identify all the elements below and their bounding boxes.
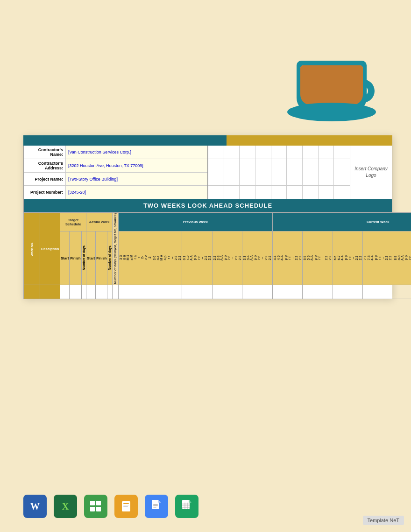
- prev-date-4: 2 22-3A Ap pr r--2 22 2: [212, 231, 242, 285]
- contractor-address-value[interactable]: [3202 Houston Ave, Houston, TX 77009]: [66, 159, 207, 172]
- finish2-header: Finish: [96, 231, 107, 285]
- table-row: [24, 285, 411, 299]
- prev-date-1: 3 30-0M 1a Mr a-r2-2 22: [118, 231, 152, 285]
- schedule-table: Work No. Desciption Target Schedule Actu…: [23, 212, 411, 299]
- svg-rect-2: [96, 501, 101, 505]
- project-name-value[interactable]: [Two-Story Office Building]: [66, 173, 207, 185]
- pages-icon[interactable]: [114, 495, 138, 518]
- curr-date-5: 8 88-9A Ap pr r--2 22 2: [393, 231, 411, 285]
- info-row-project-name: Project Name: [Two-Story Office Building…: [24, 173, 207, 186]
- section-header-row: Work No. Desciption Target Schedule Actu…: [24, 213, 411, 231]
- target-schedule-header: Target Schedule: [60, 213, 86, 231]
- coffee-saucer: [287, 103, 376, 121]
- actual-days-cell[interactable]: [107, 285, 113, 299]
- contractor-address-label: Contractor's Address:: [24, 159, 66, 172]
- actual-finish-cell[interactable]: [96, 285, 107, 299]
- svg-rect-6: [123, 505, 129, 505]
- work-no-header: Work No.: [24, 213, 40, 285]
- coffee-decoration: [280, 5, 383, 126]
- project-number-value[interactable]: [3245-20]: [66, 186, 207, 199]
- info-section: Contractor's Name: [Van Construction Ser…: [23, 146, 392, 199]
- svg-rect-5: [123, 503, 129, 504]
- sheets-icon[interactable]: [175, 495, 198, 518]
- header-bar-teal: [23, 135, 227, 146]
- svg-rect-8: [123, 508, 128, 508]
- info-row-contractor-name: Contractor's Name: [Van Construction Ser…: [24, 146, 207, 159]
- numbers-icon[interactable]: [84, 495, 107, 518]
- start-header: Start: [60, 231, 70, 285]
- contractor-name-label: Contractor's Name:: [24, 146, 66, 159]
- app-icons-bar: W X: [23, 495, 198, 518]
- sub-header-row: Start Finish Number of days Start Finish…: [24, 231, 411, 285]
- previous-week-header: Previous Week: [118, 213, 272, 231]
- info-row-project-number: Project Number: [3245-20]: [24, 186, 207, 199]
- svg-rect-10: [153, 504, 158, 505]
- num-days-header: Number of days (delayed, target hit, adv…: [113, 213, 119, 285]
- document-wrapper: Contractor's Name: [Van Construction Ser…: [23, 135, 392, 299]
- svg-rect-7: [123, 506, 128, 507]
- svg-rect-1: [90, 507, 95, 511]
- work-no-cell[interactable]: [24, 285, 40, 299]
- contractor-name-value[interactable]: [Van Construction Services Corp.]: [66, 146, 207, 159]
- target-finish-cell[interactable]: [70, 285, 81, 299]
- target-start-cell[interactable]: [60, 285, 70, 299]
- docs-icon[interactable]: [145, 495, 168, 518]
- schedule-title: TWO WEEKS LOOK AHEAD SCHEDULE: [23, 199, 392, 212]
- template-watermark: Template NeT: [363, 516, 404, 525]
- project-name-label: Project Name:: [24, 173, 66, 185]
- curr-date-2: 5 55-6A Ap pr r--2 22 2: [303, 231, 333, 285]
- svg-rect-3: [96, 507, 101, 511]
- actual-start-cell[interactable]: [86, 285, 96, 299]
- svg-rect-12: [153, 507, 156, 508]
- info-grid: [208, 146, 350, 199]
- word-icon[interactable]: W: [23, 495, 47, 518]
- start2-header: Start: [86, 231, 96, 285]
- header-bar: [23, 135, 392, 146]
- svg-rect-0: [90, 501, 95, 505]
- target-days-cell[interactable]: [81, 285, 86, 299]
- prev-date-5: 3 33-4A Ap pr r--2 22 2: [242, 231, 273, 285]
- curr-date-3: 6 66-7A Ap pr r--2 22 2: [333, 231, 363, 285]
- curr-date-4: 7 77-8A Ap pr r--2 22 2: [363, 231, 393, 285]
- actual-work-header: Actual Work: [86, 213, 113, 231]
- svg-rect-11: [153, 505, 158, 506]
- description-header: Desciption: [40, 213, 60, 285]
- num-days-actual-header: Number of days: [107, 231, 113, 285]
- num-days-target-header: Number of days: [81, 231, 86, 285]
- prev-date-2: 3 00-1M Aa pr r--2 22 2: [152, 231, 182, 285]
- company-logo-area: Insert Company Logo: [350, 146, 392, 199]
- curr-date-1: 4 44-5A Ap pr r--2 22 2: [272, 231, 303, 285]
- coffee-liquid: [300, 65, 363, 105]
- info-right-area: Insert Company Logo: [208, 146, 392, 199]
- excel-icon[interactable]: X: [54, 495, 77, 518]
- prev-date-3: 0 11-2A Ap pr r--2 22 2: [182, 231, 213, 285]
- info-row-contractor-address: Contractor's Address: [3202 Houston Ave,…: [24, 159, 207, 173]
- desc-cell[interactable]: [40, 285, 60, 299]
- current-week-header: Current Week: [272, 213, 411, 231]
- header-bar-gold: [227, 135, 393, 146]
- info-fields: Contractor's Name: [Van Construction Ser…: [24, 146, 208, 199]
- delay-days-cell[interactable]: [113, 285, 119, 299]
- finish-header: Finish: [70, 231, 81, 285]
- project-number-label: Project Number:: [24, 186, 66, 199]
